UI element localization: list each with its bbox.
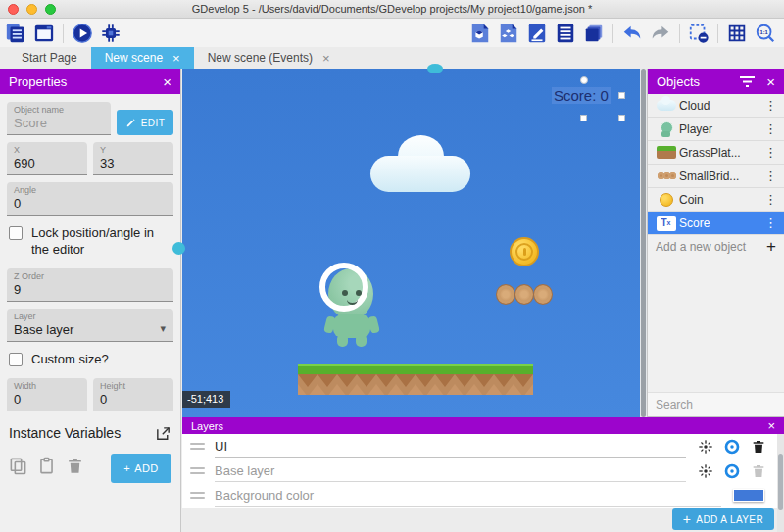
object-menu-icon[interactable]: ⋮ <box>762 145 779 160</box>
grid-icon[interactable] <box>724 21 750 46</box>
coin-instance[interactable] <box>510 237 539 266</box>
instances-list-icon[interactable] <box>553 21 578 46</box>
tab-start-page[interactable]: Start Page <box>8 47 91 69</box>
gdevelop-window: GDevelop 5 - /Users/david/Documents/GDev… <box>0 0 784 532</box>
angle-field[interactable]: Angle 0 <box>7 182 173 216</box>
canvas-vertical-scrollbar[interactable] <box>640 69 647 417</box>
small-bridge-instance[interactable] <box>496 284 552 305</box>
window-minimize-button[interactable] <box>26 4 37 15</box>
cloud-object-icon <box>653 100 679 111</box>
visibility-eye-icon[interactable] <box>724 463 740 479</box>
object-row-player[interactable]: Player ⋮ <box>648 118 784 141</box>
traffic-lights <box>8 4 56 15</box>
titlebar: GDevelop 5 - /Users/david/Documents/GDev… <box>0 0 784 19</box>
grass-platform-instance[interactable] <box>298 364 533 395</box>
lock-position-checkbox[interactable] <box>9 226 23 240</box>
toolbar-separator <box>679 24 680 43</box>
effects-icon[interactable] <box>698 439 713 455</box>
effects-icon[interactable] <box>698 463 713 479</box>
selection-handle[interactable] <box>618 115 625 121</box>
layer-name-input[interactable]: UI <box>215 436 686 458</box>
height-field[interactable]: Height 0 <box>93 378 173 411</box>
object-row-score[interactable]: Tx Score ⋮ <box>648 212 784 235</box>
undo-icon[interactable] <box>619 21 645 46</box>
visibility-eye-icon[interactable] <box>724 439 740 455</box>
trash-icon[interactable] <box>66 457 84 479</box>
scene-canvas[interactable]: Score: 0 <box>182 69 647 417</box>
tab-new-scene-events[interactable]: New scene (Events) × <box>194 47 344 69</box>
delete-selection-icon[interactable] <box>686 21 711 46</box>
y-field[interactable]: Y 33 <box>93 142 173 175</box>
tab-close-icon[interactable]: × <box>322 52 330 65</box>
layers-vertical-scrollbar[interactable] <box>777 434 784 532</box>
add-new-object-button[interactable]: Add a new object + <box>648 235 784 259</box>
objects-editor-icon[interactable] <box>467 21 493 46</box>
add-variable-button[interactable]: + ADD <box>111 454 172 483</box>
custom-size-checkbox[interactable] <box>9 353 23 366</box>
custom-size-label: Custom size? <box>31 352 109 368</box>
plus-icon: + <box>123 462 130 474</box>
selection-rotate-handle[interactable] <box>580 76 588 84</box>
open-in-new-icon[interactable] <box>155 425 172 442</box>
play-icon[interactable] <box>70 21 95 46</box>
bridge-object-icon <box>653 172 679 179</box>
close-icon[interactable]: × <box>163 74 172 89</box>
object-menu-icon[interactable]: ⋮ <box>762 192 779 207</box>
layer-row-base: Base layer <box>182 459 784 483</box>
layer-name-input[interactable]: Base layer <box>215 460 686 482</box>
panel-resize-handle-top[interactable] <box>427 64 443 73</box>
project-manager-icon[interactable] <box>3 21 28 46</box>
drag-handle-icon[interactable] <box>190 443 205 450</box>
object-menu-icon[interactable]: ⋮ <box>762 98 779 113</box>
panel-resize-handle-left[interactable] <box>172 242 185 255</box>
object-row-smallbridge[interactable]: SmallBrid... ⋮ <box>648 165 784 188</box>
score-text-instance[interactable]: Score: 0 <box>552 87 611 104</box>
paste-icon[interactable] <box>37 457 56 479</box>
filter-icon[interactable] <box>740 75 755 88</box>
tab-close-icon[interactable]: × <box>172 52 180 65</box>
scene-window-icon[interactable] <box>31 21 57 46</box>
objects-search <box>648 392 784 417</box>
plus-icon: + <box>766 237 776 257</box>
object-groups-icon[interactable] <box>496 21 521 46</box>
object-row-cloud[interactable]: Cloud ⋮ <box>648 94 784 118</box>
drag-handle-icon[interactable] <box>190 467 205 474</box>
layers-title: Layers <box>191 420 223 432</box>
delete-layer-icon[interactable] <box>751 439 766 455</box>
z-order-field[interactable]: Z Order 9 <box>7 268 173 302</box>
player-instance[interactable] <box>319 261 384 347</box>
layers-editor-icon[interactable] <box>581 21 607 46</box>
pencil-icon <box>125 118 136 128</box>
window-close-button[interactable] <box>8 4 19 15</box>
main-toolbar: 1:1 <box>0 19 784 47</box>
search-input[interactable] <box>656 398 784 411</box>
object-name-field[interactable]: Object name Score <box>7 102 111 135</box>
window-zoom-button[interactable] <box>45 4 56 15</box>
background-color-swatch[interactable] <box>733 489 764 502</box>
selection-handle[interactable] <box>618 92 625 99</box>
x-field[interactable]: X 690 <box>7 142 87 175</box>
delete-layer-icon[interactable] <box>751 463 766 479</box>
cloud-instance[interactable] <box>370 135 470 192</box>
debug-icon[interactable] <box>98 21 123 46</box>
close-icon[interactable]: × <box>766 74 775 89</box>
close-icon[interactable]: × <box>767 419 775 432</box>
layer-select[interactable]: Layer Base layer ▾ <box>7 309 173 342</box>
selection-handle[interactable] <box>580 115 587 121</box>
redo-icon[interactable] <box>648 21 673 46</box>
width-field[interactable]: Width 0 <box>7 378 87 411</box>
object-menu-icon[interactable]: ⋮ <box>762 216 779 230</box>
object-menu-icon[interactable]: ⋮ <box>762 121 779 136</box>
scene-properties-icon[interactable] <box>524 21 550 46</box>
copy-icon[interactable] <box>9 457 27 479</box>
drag-handle-icon[interactable] <box>190 492 205 499</box>
edit-object-button[interactable]: EDIT <box>117 110 173 135</box>
add-layer-button[interactable]: + ADD A LAYER <box>672 508 774 530</box>
object-row-grassplatform[interactable]: GrassPlat... ⋮ <box>648 141 784 165</box>
object-row-coin[interactable]: Coin ⋮ <box>648 188 784 212</box>
tab-new-scene[interactable]: New scene × <box>91 47 194 69</box>
tab-label: New scene <box>105 51 163 65</box>
object-name-label: Object name <box>14 105 104 115</box>
object-menu-icon[interactable]: ⋮ <box>762 169 779 183</box>
zoom-1-1-icon[interactable]: 1:1 <box>753 21 778 46</box>
